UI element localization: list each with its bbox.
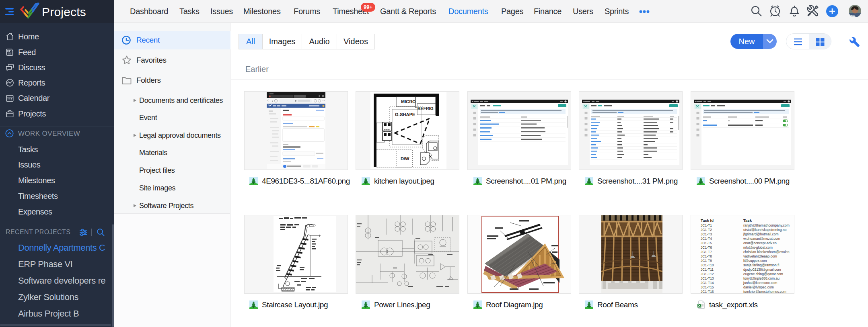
- svg-text:MICRO: MICRO: [401, 99, 416, 104]
- svg-text:JC1-T7: JC1-T7: [701, 250, 712, 254]
- svg-text:JC1-T3: JC1-T3: [701, 232, 712, 236]
- svg-text:utstal@kunriskapstrening.no: utstal@kunriskapstrening.no: [743, 228, 787, 232]
- svg-text:info@io-global.com: info@io-global.com: [743, 245, 773, 249]
- svg-text:G-SHAPE: G-SHAPE: [395, 112, 415, 117]
- svg-text:JC1-T6: JC1-T6: [701, 245, 712, 249]
- svg-text:sonja.farling@ramson.fi: sonja.farling@ramson.fi: [743, 263, 780, 267]
- svg-text:JC1-T11: JC1-T11: [701, 268, 714, 272]
- svg-text:JC1-T13: JC1-T13: [701, 276, 714, 280]
- svg-text:jfgrimard@hotmail.com: jfgrimard@hotmail.com: [743, 232, 779, 236]
- svg-text:JC1-T12: JC1-T12: [701, 272, 714, 276]
- svg-text:li@suppex.com: li@suppex.com: [743, 259, 767, 263]
- svg-text:JC1-T15: JC1-T15: [701, 285, 714, 289]
- svg-text:JC1-T9: JC1-T9: [701, 259, 712, 263]
- svg-text:christian.blankenhorn@evoleo.: christian.blankenhorn@evoleo.: [743, 250, 790, 254]
- svg-text:tomkrier@prestohomes.com: tomkrier@prestohomes.com: [743, 290, 786, 293]
- svg-text:djodjo02130@gmail.com: djodjo02130@gmail.com: [743, 268, 781, 272]
- svg-text:REFRIG: REFRIG: [418, 106, 434, 111]
- svg-text:daniel@lvlspec.com: daniel@lvlspec.com: [743, 285, 774, 289]
- svg-text:w.uhuanan@mozat.com: w.uhuanan@mozat.com: [743, 237, 780, 241]
- svg-text:JC1-T1: JC1-T1: [701, 223, 712, 227]
- svg-text:JC1-T8: JC1-T8: [701, 254, 712, 258]
- svg-text:JC1-T5: JC1-T5: [701, 241, 712, 245]
- svg-text:tonyt@triple888.com.au: tonyt@triple888.com.au: [743, 276, 780, 280]
- svg-text:vadivelan@leaap.com: vadivelan@leaap.com: [743, 254, 777, 258]
- svg-text:onar@concept-adv.co: onar@concept-adv.co: [743, 241, 777, 245]
- svg-text:JC1-T14: JC1-T14: [701, 281, 714, 285]
- svg-text:JC1-T10: JC1-T10: [701, 263, 714, 267]
- svg-text:JC1-T16: JC1-T16: [701, 290, 714, 293]
- svg-text:JC1-T2: JC1-T2: [701, 228, 712, 232]
- svg-text:eugene.ching@qavar.com: eugene.ching@qavar.com: [743, 272, 783, 276]
- svg-text:junhai@koreconx.com: junhai@koreconx.com: [743, 281, 777, 285]
- svg-text:D/W: D/W: [401, 156, 409, 161]
- svg-text:JC1-T4: JC1-T4: [701, 237, 712, 241]
- svg-text:Task Id: Task Id: [701, 218, 714, 223]
- svg-text:Task: Task: [743, 218, 752, 223]
- svg-text:ranjith@themathcompany.com: ranjith@themathcompany.com: [743, 223, 790, 227]
